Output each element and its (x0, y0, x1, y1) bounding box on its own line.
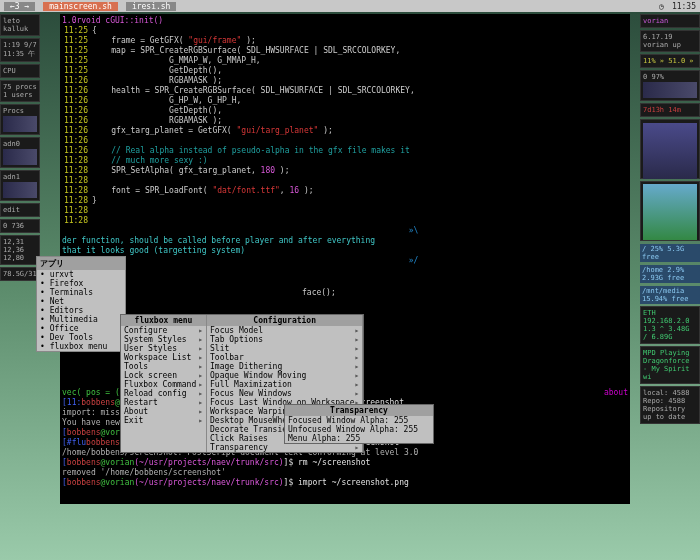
cpu-widget-r: 0 97% (640, 70, 700, 101)
config-title: Configuration (207, 315, 362, 326)
num-widget: 0 736 (0, 219, 40, 233)
procs-label: Procs (0, 104, 40, 135)
repo-widget: local: 4588 Repo: 4588 Repository up to … (640, 386, 700, 424)
config-item[interactable]: Full Maximization▸ (207, 380, 362, 389)
applist-item[interactable]: • Office (37, 324, 125, 333)
top-panel: ←3 → mainscreen.sh iresi.sh ◷ 11:35 (0, 0, 700, 12)
time-widget: 1:19 9/7 11:35 午 (0, 38, 40, 62)
clock-icon: ◷ (659, 2, 664, 11)
config-item[interactable]: Focus Model▸ (207, 326, 362, 335)
config-item[interactable]: Slit▸ (207, 344, 362, 353)
disk-home: /home 2.9% 2.93G free (640, 265, 700, 283)
config-item[interactable]: Opaque Window Moving▸ (207, 371, 362, 380)
render-comment-1: der function, should be called before pl… (62, 236, 375, 246)
cpu-value: 75 procs 1 users (0, 80, 40, 102)
config-item[interactable]: Focus New Windows▸ (207, 389, 362, 398)
fluxmenu-item[interactable]: Restart▸ (121, 398, 206, 407)
host-widget: leto kalluk (0, 14, 40, 36)
transparency-menu[interactable]: Transparency Focused Window Alpha: 255Un… (284, 404, 434, 444)
applist-item[interactable]: • Editors (37, 306, 125, 315)
fluxmenu-item[interactable]: About▸ (121, 407, 206, 416)
trans-item[interactable]: Unfocused Window Alpha: 255 (285, 425, 433, 434)
applist-item[interactable]: • Multimedia (37, 315, 125, 324)
fluxmenu-item[interactable]: Exit▸ (121, 416, 206, 425)
applist-item[interactable]: • fluxbox menu (37, 342, 125, 351)
pct-widget: 11% » 51.0 » (640, 54, 700, 68)
left-monitor-panel: leto kalluk 1:19 9/7 11:35 午 CPU 75 proc… (0, 14, 40, 281)
cpu-label: CPU (0, 64, 40, 78)
graph-panel (640, 119, 700, 179)
config-item[interactable]: Toolbar▸ (207, 353, 362, 362)
fluxmenu-item[interactable]: Fluxbox Command▸ (121, 380, 206, 389)
trans-item[interactable]: Focused Window Alpha: 255 (285, 416, 433, 425)
config-item[interactable]: Tab Options▸ (207, 335, 362, 344)
disk-widget: 78.5G/31G (0, 267, 40, 281)
applist-item[interactable]: • Dev Tools (37, 333, 125, 342)
applist-item[interactable]: • Net (37, 297, 125, 306)
tab-mainscreen[interactable]: mainscreen.sh (43, 2, 118, 11)
applist-item[interactable]: • Terminals (37, 288, 125, 297)
function-header: 1.0rvoid cGUI::init() (62, 16, 163, 26)
edit-widget: edit (0, 203, 40, 217)
fluxmenu-item[interactable]: Reload config▸ (121, 389, 206, 398)
trans-item[interactable]: Menu Alpha: 255 (285, 434, 433, 443)
uptime-widget: 6.17.19 vorian up (640, 30, 700, 52)
temp-widget: 7d13h 14m (640, 103, 700, 117)
config-item[interactable]: Image Dithering▸ (207, 362, 362, 371)
fluxmenu-item[interactable]: Lock screen▸ (121, 371, 206, 380)
workspace-switcher[interactable]: ←3 → (4, 2, 35, 11)
disk-root: / 25% 5.3G free (640, 244, 700, 262)
fluxmenu-title: fluxbox menu (121, 315, 206, 326)
applist-item[interactable]: • urxvt (37, 270, 125, 279)
mpd-widget: MPD PlayingDragonforce - My Spirit wi (640, 346, 700, 384)
fluxmenu-item[interactable]: Workspace List▸ (121, 353, 206, 362)
fluxmenu-item[interactable]: Tools▸ (121, 362, 206, 371)
trans-title: Transparency (285, 405, 433, 416)
right-monitor-panel: vorian 6.17.19 vorian up 11% » 51.0 » 0 … (640, 14, 700, 424)
fluxmenu-item[interactable]: Configure▸ (121, 326, 206, 335)
adn0-widget: adn0 (0, 137, 40, 168)
graph-widget: 12,31 12,36 12,80 (0, 235, 40, 265)
fluxmenu-item[interactable]: User Styles▸ (121, 344, 206, 353)
disk-media: /mnt/media 15.94% free (640, 286, 700, 304)
landscape-thumb (640, 181, 700, 241)
app-list-menu[interactable]: アプリ • urxvt• Firefox• Terminals• Net• Ed… (36, 256, 126, 352)
applist-item[interactable]: • Firefox (37, 279, 125, 288)
eth-widget: ETH 192.168.2.01.3 ^ 3.48G / 6.89G (640, 306, 700, 344)
applist-title: アプリ (37, 257, 125, 270)
clock-time: 11:35 (672, 2, 696, 11)
adn1-widget: adn1 (0, 170, 40, 201)
fluxmenu-item[interactable]: System Styles▸ (121, 335, 206, 344)
tab-iresi[interactable]: iresi.sh (126, 2, 177, 11)
config-item[interactable]: Transparency▸ (207, 443, 362, 452)
render-comment-2: that it looks good (targetting system) (62, 246, 245, 256)
host-widget-r: vorian (640, 14, 700, 28)
